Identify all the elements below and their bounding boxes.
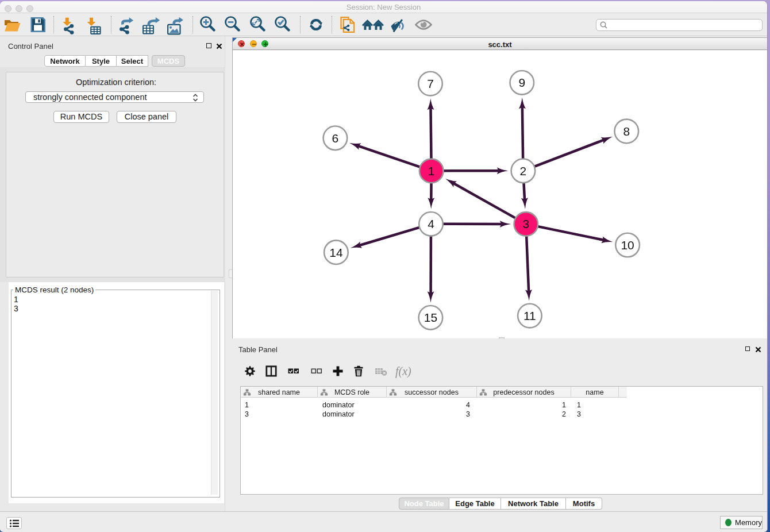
svg-text:7: 7	[427, 77, 434, 90]
svg-text:3: 3	[522, 217, 529, 230]
svg-text:9: 9	[518, 76, 525, 89]
svg-text:10: 10	[621, 238, 634, 252]
svg-text:14: 14	[329, 246, 343, 259]
svg-text:11: 11	[523, 309, 536, 322]
svg-text:15: 15	[424, 311, 437, 324]
svg-text:6: 6	[332, 132, 339, 145]
svg-text:4: 4	[428, 217, 434, 230]
svg-text:2: 2	[520, 164, 527, 178]
svg-text:8: 8	[623, 125, 630, 138]
svg-text:1: 1	[428, 164, 435, 178]
